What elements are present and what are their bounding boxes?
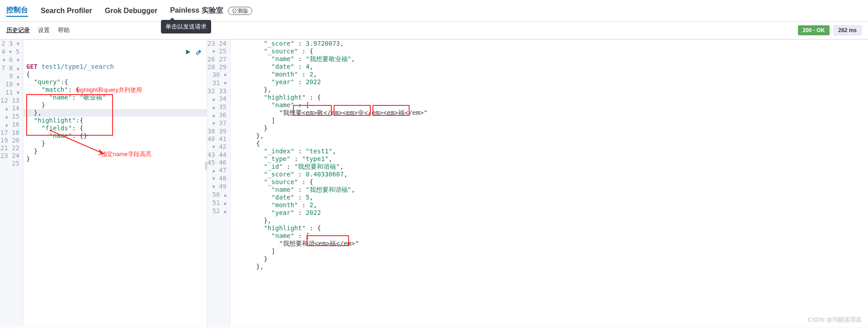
annotation-2: 指定name字段高亮 [101,150,151,158]
send-tooltip: 单击以发送请求 [161,20,211,33]
timing-badge: 262 ms [833,25,862,35]
subnav-help[interactable]: 帮助 [58,26,70,34]
request-editor[interactable]: GET test1/type1/_search { "query":{ "mat… [24,40,207,327]
subnav-history[interactable]: 历史记录 [6,26,30,34]
sub-bar: 历史记录 设置 帮助 单击以发送请求 200 - OK 262 ms [0,22,868,39]
tab-console[interactable]: 控制台 [6,5,28,17]
request-pane: 2 3 ▼ 4 ▼ 5 ▼ 6 ▼ 7 8 ▲ 9 ▲ 10 ▼ 11 ▼ 12… [0,40,207,327]
run-icon[interactable] [185,49,191,57]
response-viewer[interactable]: "_score" : 3.9720073, "_source" : { "nam… [231,40,868,327]
tab-profiler[interactable]: Search Profiler [41,6,92,16]
tab-painless[interactable]: Painless 实验室 公测版 [170,5,252,16]
wrench-icon[interactable] [195,49,202,57]
response-gutter: 23 24 ▼ 25 26 27 28 29 30 ▼ 31 ▼ 32 33 ▲… [207,40,231,327]
request-gutter: 2 3 ▼ 4 ▼ 5 ▼ 6 ▼ 7 8 ▲ 9 ▲ 10 ▼ 11 ▼ 12… [0,40,24,327]
request-actions [185,49,202,57]
beta-badge: 公测版 [228,7,252,15]
top-tabs: 控制台 Search Profiler Grok Debugger Painle… [0,0,868,22]
status-badge: 200 - OK [798,25,830,35]
editor-panes: 2 3 ▼ 4 ▼ 5 ▼ 6 ▼ 7 8 ▲ 9 ▲ 10 ▼ 11 ▼ 12… [0,39,868,327]
response-pane: 23 24 ▼ 25 26 27 28 29 30 ▼ 31 ▼ 32 33 ▲… [207,40,868,327]
tab-grok[interactable]: Grok Debugger [105,6,157,16]
annotation-1: highlight和query并列使用 [76,86,142,94]
watermark: CSDN @玛丽莲茼蒿 [808,316,862,324]
subnav-settings[interactable]: 设置 [38,26,50,34]
